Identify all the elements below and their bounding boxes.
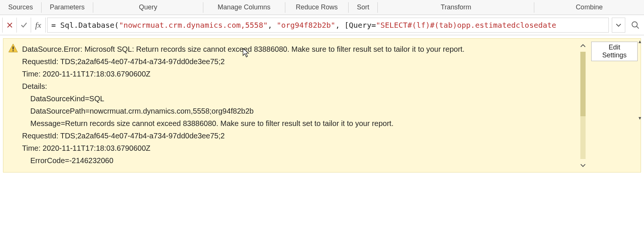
ribbon-group-manage-columns[interactable]: Manage Columns (203, 0, 285, 15)
collapse-down-icon[interactable]: ▼ (638, 116, 642, 121)
svg-point-0 (632, 22, 637, 27)
error-line: RequestId: TDS;2a2af645-4e07-47b4-a734-9… (22, 130, 578, 142)
search-icon[interactable] (629, 18, 642, 33)
confirm-icon[interactable] (17, 18, 31, 33)
error-line: Details: (22, 80, 578, 93)
error-content: DataSource.Error: Microsoft SQL: Return … (3, 39, 578, 172)
warning-icon (8, 43, 18, 54)
ribbon-group-sort[interactable]: Sort (349, 0, 377, 15)
ribbon-group-transform[interactable]: Transform (378, 0, 534, 15)
right-rail: ▲ ▼ (636, 38, 644, 231)
svg-rect-2 (13, 50, 14, 51)
scroll-track[interactable] (580, 52, 586, 159)
ribbon-group-reduce-rows[interactable]: Reduce Rows (285, 0, 348, 15)
error-line: DataSourcePath=nowcrmuat.crm.dynamics.co… (22, 105, 578, 117)
error-line: DataSourceKind=SQL (22, 93, 578, 105)
scroll-up-icon[interactable] (580, 42, 586, 50)
svg-rect-1 (13, 46, 14, 50)
formula-text: = Sql.Database("nowcrmuat.crm.dynamics.c… (51, 21, 556, 30)
error-scrollbar[interactable] (578, 39, 588, 172)
ribbon-group-parameters[interactable]: Parameters (42, 0, 93, 15)
error-panel: DataSource.Error: Microsoft SQL: Return … (3, 38, 641, 172)
ribbon: Sources Parameters Query Manage Columns … (0, 0, 644, 15)
error-line: RequestId: TDS;2a2af645-4e07-47b4-a734-9… (22, 56, 578, 68)
error-line: DataSource.Error: Microsoft SQL: Return … (22, 43, 578, 56)
ribbon-group-combine[interactable]: Combine (534, 0, 644, 15)
expand-formula-button[interactable] (612, 18, 625, 33)
error-line: Time: 2020-11-11T17:18:03.6790600Z (22, 68, 578, 80)
edit-settings-button[interactable]: Edit Settings (591, 42, 638, 61)
scroll-thumb[interactable] (580, 52, 586, 116)
fx-label: fx (32, 20, 44, 30)
formula-input[interactable]: = Sql.Database("nowcrmuat.crm.dynamics.c… (47, 18, 609, 33)
cancel-icon[interactable] (3, 18, 17, 33)
collapse-up-icon[interactable]: ▲ (638, 39, 642, 44)
ribbon-group-query[interactable]: Query (93, 0, 203, 15)
formula-action-group: fx (2, 18, 46, 33)
scroll-down-icon[interactable] (580, 161, 586, 169)
error-line: Message=Return records size cannot excee… (22, 117, 578, 130)
ribbon-group-sources[interactable]: Sources (0, 0, 41, 15)
fx-icon[interactable]: fx (31, 18, 45, 33)
error-actions: Edit Settings (588, 39, 641, 172)
error-line: Time: 2020-11-11T17:18:03.6790600Z (22, 142, 578, 154)
formula-bar: fx = Sql.Database("nowcrmuat.crm.dynamic… (0, 15, 644, 35)
error-text: DataSource.Error: Microsoft SQL: Return … (22, 43, 578, 167)
error-line: ErrorCode=-2146232060 (22, 154, 578, 167)
